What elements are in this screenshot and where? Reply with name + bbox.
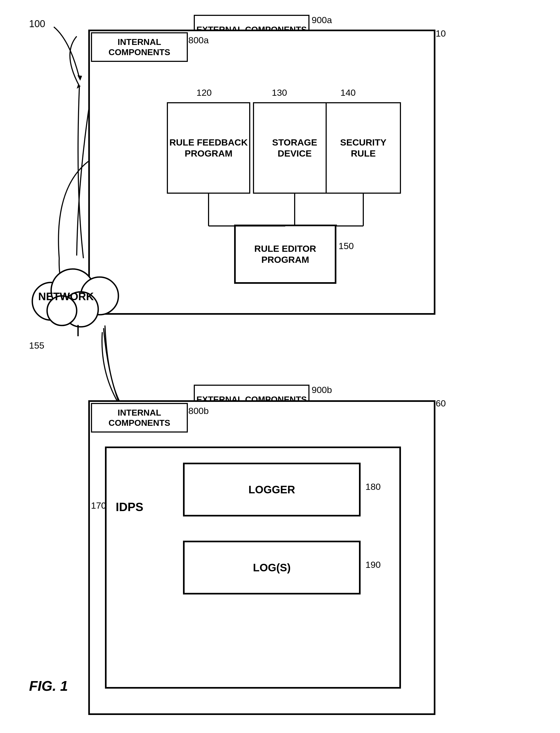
internal-components-top: INTERNAL COMPONENTS	[91, 32, 188, 62]
ref-190: 190	[365, 559, 381, 570]
diagram: 100 EXTERNAL COMPONENTS 900a 110 INTERNA…	[0, 0, 560, 733]
ref-800a: 800a	[188, 35, 209, 45]
logger-box: LOGGER	[183, 463, 361, 516]
ref-800b: 800b	[188, 405, 209, 416]
rule-feedback-program: RULE FEEDBACK PROGRAM	[167, 102, 250, 194]
ref-155: 155	[29, 340, 44, 351]
network-label: NETWORK	[38, 291, 94, 303]
ref-900a: 900a	[312, 15, 332, 25]
internal-components-bottom: INTERNAL COMPONENTS	[91, 403, 188, 432]
ref-180: 180	[365, 481, 381, 492]
rule-editor-program: RULE EDITOR PROGRAM	[234, 225, 336, 284]
ref-150: 150	[339, 241, 354, 251]
security-rule: SECURITY RULE	[326, 102, 401, 194]
idps-label: IDPS	[116, 500, 143, 514]
ref-170: 170	[91, 500, 106, 511]
ref-120: 120	[196, 87, 212, 98]
storage-device: STORAGE DEVICE	[253, 102, 336, 194]
svg-marker-15	[78, 75, 82, 81]
ref-130: 130	[272, 87, 287, 98]
figure-label: FIG. 1	[29, 678, 68, 694]
ref-140: 140	[340, 87, 356, 98]
ref-900b: 900b	[312, 384, 332, 395]
logs-box: LOG(S)	[183, 541, 361, 594]
ref-100: 100	[29, 18, 45, 30]
svg-marker-0	[77, 85, 81, 89]
